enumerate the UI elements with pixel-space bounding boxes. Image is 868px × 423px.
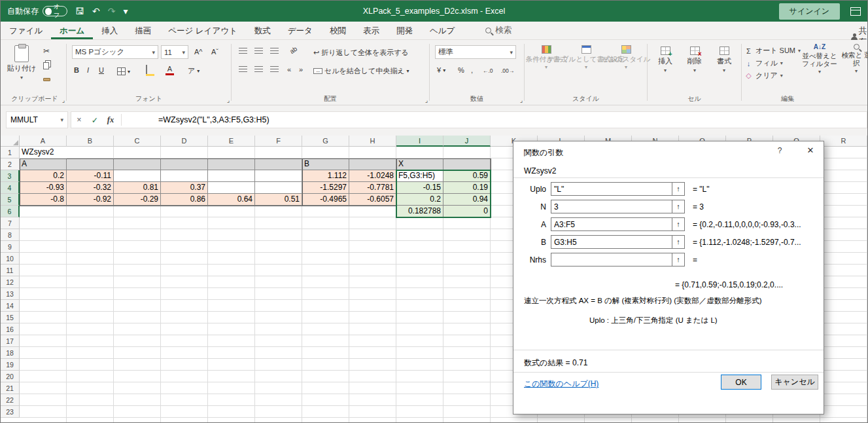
cell-H4[interactable]: -0.7781 [349, 182, 396, 194]
cell-J4[interactable]: 0.19 [443, 182, 491, 194]
row-header-1[interactable]: 1 [1, 147, 20, 158]
align-top-button[interactable] [237, 46, 249, 56]
row-header-21[interactable]: 21 [1, 382, 20, 394]
cell-B3[interactable]: -0.11 [67, 170, 114, 182]
save-icon[interactable]: 🖫 [75, 1, 84, 22]
cell-F4[interactable] [255, 182, 302, 194]
row-header-12[interactable]: 12 [1, 276, 20, 288]
cell-I4[interactable]: -0.15 [396, 182, 443, 194]
merge-center-button[interactable]: ↔ セルを結合して中央揃え ▾ [311, 65, 411, 77]
clear-button[interactable]: ◇クリア▾ [744, 70, 783, 81]
autosum-button[interactable]: Σオート SUM▾ [744, 45, 801, 56]
cell-C5[interactable]: -0.29 [114, 194, 161, 206]
row-header-19[interactable]: 19 [1, 359, 20, 371]
row-header-22[interactable]: 22 [1, 394, 20, 406]
format-painter-button[interactable] [41, 77, 52, 83]
insert-function-icon[interactable]: fx [103, 115, 118, 125]
tab-help[interactable]: ヘルプ [421, 22, 463, 39]
range-picker-icon[interactable]: ↑ [672, 253, 685, 267]
cell-G2[interactable]: B [302, 158, 349, 170]
cancel-button[interactable]: キャンセル [771, 375, 818, 390]
row-header-13[interactable]: 13 [1, 288, 20, 300]
dialog-launcher-icon[interactable]: ⌟ [62, 97, 65, 103]
cell-F2[interactable] [255, 158, 302, 170]
cell-A3[interactable]: 0.2 [20, 170, 67, 182]
cell-B2[interactable] [67, 158, 114, 170]
cell-C2[interactable] [114, 158, 161, 170]
row-header-3[interactable]: 3 [1, 170, 20, 182]
percent-format-button[interactable]: % [456, 65, 466, 75]
arg-input-a[interactable] [551, 217, 672, 231]
row-header-4[interactable]: 4 [1, 182, 20, 194]
ok-button[interactable]: OK [721, 375, 761, 390]
column-header-J[interactable]: J [443, 136, 491, 147]
cell-D4[interactable]: 0.37 [161, 182, 208, 194]
increase-font-size-button[interactable]: A^ [192, 46, 205, 57]
row-header-6[interactable]: 6 [1, 206, 20, 217]
undo-icon[interactable]: ↶ [92, 1, 100, 22]
row-header-20[interactable]: 20 [1, 371, 20, 382]
insert-cells-button[interactable]: +挿入▾ [651, 45, 679, 75]
row-header-23[interactable]: 23 [1, 406, 20, 418]
dialog-help-icon[interactable]: ? [774, 146, 786, 155]
align-left-button[interactable] [237, 65, 249, 74]
row-header-14[interactable]: 14 [1, 300, 20, 312]
cell-D5[interactable]: 0.86 [161, 194, 208, 206]
paste-button[interactable]: 貼り付け ▾ [7, 44, 36, 82]
select-all-corner[interactable] [1, 136, 20, 147]
tab-developer[interactable]: 開発 [388, 22, 421, 39]
cell-I6[interactable]: 0.182788 [396, 206, 443, 217]
decrease-indent-button[interactable]: « [285, 64, 293, 75]
cell-A1[interactable]: WZsysv2 [20, 147, 67, 158]
signin-button[interactable]: サインイン [779, 3, 840, 20]
wrap-text-button[interactable]: ↩ 折り返して全体を表示する [311, 46, 411, 59]
cell-J6[interactable]: 0 [443, 206, 491, 217]
function-help-link[interactable]: この関数のヘルプ(H) [524, 378, 599, 390]
decrease-decimal-button[interactable]: .00→ [499, 66, 516, 75]
column-header-F[interactable]: F [255, 136, 302, 147]
cell-F5[interactable]: 0.51 [255, 194, 302, 206]
cell-J2[interactable] [443, 158, 491, 170]
tab-file[interactable]: ファイル [1, 22, 51, 39]
column-header-I[interactable]: I [396, 136, 443, 147]
cut-button[interactable]: ✂ [41, 45, 52, 57]
row-header-15[interactable]: 15 [1, 312, 20, 323]
copy-button[interactable] [41, 61, 51, 71]
cell-E3[interactable] [208, 170, 255, 182]
arg-input-n[interactable] [551, 200, 672, 213]
cell-A2[interactable]: A [20, 158, 67, 170]
row-header-10[interactable]: 10 [1, 253, 20, 265]
underline-button[interactable]: U [97, 65, 106, 75]
row-header-17[interactable]: 17 [1, 335, 20, 347]
customize-quick-access-icon[interactable]: ▾ [123, 1, 128, 22]
cell-C3[interactable] [114, 170, 161, 182]
italic-button[interactable]: I [85, 65, 91, 75]
tab-search[interactable]: 検索 [480, 22, 517, 39]
row-header-8[interactable]: 8 [1, 229, 20, 241]
range-picker-icon[interactable]: ↑ [672, 200, 685, 213]
column-header-E[interactable]: E [208, 136, 255, 147]
name-box[interactable]: MMULT ▾ [6, 111, 68, 128]
fill-color-button[interactable] [144, 64, 156, 77]
cell-G3[interactable]: 1.112 [302, 170, 349, 182]
arg-input-b[interactable] [551, 235, 672, 249]
format-cells-button[interactable]: 書式▾ [710, 45, 738, 75]
range-picker-icon[interactable]: ↑ [672, 235, 685, 249]
row-header-18[interactable]: 18 [1, 347, 20, 359]
cell-H2[interactable] [349, 158, 396, 170]
row-header-16[interactable]: 16 [1, 323, 20, 335]
row-header-2[interactable]: 2 [1, 158, 20, 170]
range-picker-icon[interactable]: ↑ [672, 217, 685, 231]
column-header-A[interactable]: A [20, 136, 67, 147]
column-header-R[interactable]: R [820, 136, 867, 147]
bold-button[interactable]: B [72, 65, 81, 75]
column-header-B[interactable]: B [67, 136, 114, 147]
phonetic-guide-button[interactable]: ア▾ [186, 65, 201, 77]
cell-B5[interactable]: -0.92 [67, 194, 114, 206]
dialog-launcher-icon[interactable]: ⌟ [520, 97, 523, 103]
find-select-button[interactable]: 検索と 選択 ▾ [839, 44, 868, 74]
cell-D3[interactable] [161, 170, 208, 182]
dialog-launcher-icon[interactable]: ⌟ [425, 97, 428, 103]
cell-E2[interactable] [208, 158, 255, 170]
decrease-font-size-button[interactable]: Aˇ [209, 46, 220, 57]
